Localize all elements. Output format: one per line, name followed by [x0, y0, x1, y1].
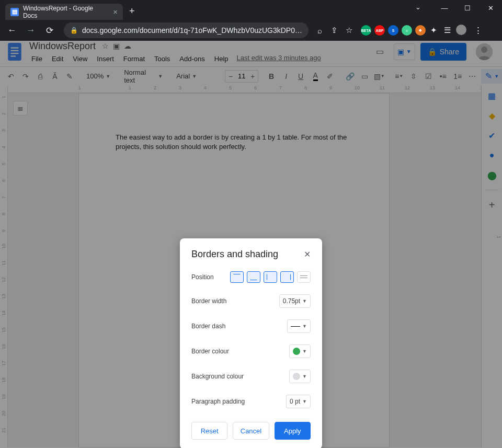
borders-shading-dialog: Borders and shading ✕ Position Border wi… [180, 238, 322, 448]
maximize-icon[interactable]: ☐ [456, 0, 479, 16]
url-text: docs.google.com/document/d/1q-71oFwK_DWh… [82, 26, 302, 35]
docs-app: WindowsReport ☆ ▣ ☁ FileEditViewInsertFo… [0, 41, 502, 448]
extensions-button[interactable]: ✦ [429, 26, 439, 35]
border-between-button[interactable] [297, 271, 311, 283]
tab-title: WindowsReport - Google Docs [23, 5, 109, 19]
dash-solid-preview [291, 326, 300, 327]
apply-button[interactable]: Apply [275, 422, 311, 440]
zoom-icon[interactable]: ⌕ [315, 26, 325, 35]
position-label: Position [191, 273, 230, 281]
lock-icon: 🔒 [70, 27, 78, 34]
border-colour-swatch [293, 348, 300, 355]
ext-abp-icon[interactable]: ABP [374, 25, 385, 36]
position-grid [230, 271, 311, 283]
cancel-button[interactable]: Cancel [233, 422, 269, 440]
browser-tab[interactable]: ▤ WindowsReport - Google Docs × [5, 4, 123, 20]
border-width-label: Border width [191, 297, 279, 305]
close-window-icon[interactable]: ✕ [479, 0, 502, 16]
background-colour-label: Background colour [191, 373, 289, 380]
star-icon[interactable]: ☆ [344, 26, 355, 35]
forward-icon[interactable]: → [23, 22, 39, 38]
ext-mm-icon[interactable]: ◆ [415, 25, 426, 36]
border-width-dropdown[interactable]: 0.75pt▼ [279, 294, 311, 308]
tab-overflow-caret[interactable]: ⌄ [415, 3, 421, 11]
minimize-icon[interactable]: ― [433, 0, 456, 16]
close-tab-icon[interactable]: × [113, 7, 118, 16]
border-dash-dropdown[interactable]: ▼ [287, 319, 311, 333]
background-colour-dropdown[interactable]: ▼ [289, 370, 311, 383]
omnibox[interactable]: 🔒 docs.google.com/document/d/1q-71oFwK_D… [64, 22, 309, 38]
border-bottom-button[interactable] [247, 271, 260, 283]
ext-bot-icon[interactable]: ☺ [402, 25, 412, 36]
share-icon[interactable]: ⇪ [329, 26, 340, 35]
docs-favicon: ▤ [10, 8, 19, 16]
border-right-button[interactable] [280, 271, 294, 283]
window-controls: ― ☐ ✕ [433, 0, 502, 16]
profile-avatar[interactable] [456, 25, 466, 37]
border-colour-dropdown[interactable]: ▼ [289, 344, 311, 358]
reset-button[interactable]: Reset [191, 422, 227, 440]
border-colour-label: Border colour [191, 348, 289, 355]
paragraph-padding-label: Paragraph padding [191, 398, 286, 405]
extensions-area: BETAABPS☺◆ [361, 25, 426, 36]
background-colour-swatch [293, 373, 300, 380]
browser-menu-icon[interactable]: ⋮ [470, 25, 487, 36]
reading-list-icon[interactable]: ☰ [442, 26, 453, 35]
border-dash-label: Border dash [191, 323, 287, 330]
ext-s-icon[interactable]: S [388, 25, 398, 36]
new-tab-button[interactable]: + [129, 6, 135, 17]
ext-beta-icon[interactable]: BETA [361, 25, 371, 36]
paragraph-padding-dropdown[interactable]: 0 pt▼ [286, 395, 311, 408]
modal-title: Borders and shading [191, 249, 278, 260]
browser-tab-strip: ▤ WindowsReport - Google Docs × + ⌄ ― ☐ … [0, 0, 502, 20]
border-top-button[interactable] [230, 271, 244, 283]
address-bar-row: ← → ⟳ 🔒 docs.google.com/document/d/1q-71… [0, 20, 502, 41]
panel-resize-handle[interactable]: ↔ [496, 233, 502, 240]
back-icon[interactable]: ← [4, 22, 20, 38]
close-icon[interactable]: ✕ [304, 249, 311, 259]
reload-icon[interactable]: ⟳ [42, 22, 58, 38]
border-left-button[interactable] [264, 271, 277, 283]
